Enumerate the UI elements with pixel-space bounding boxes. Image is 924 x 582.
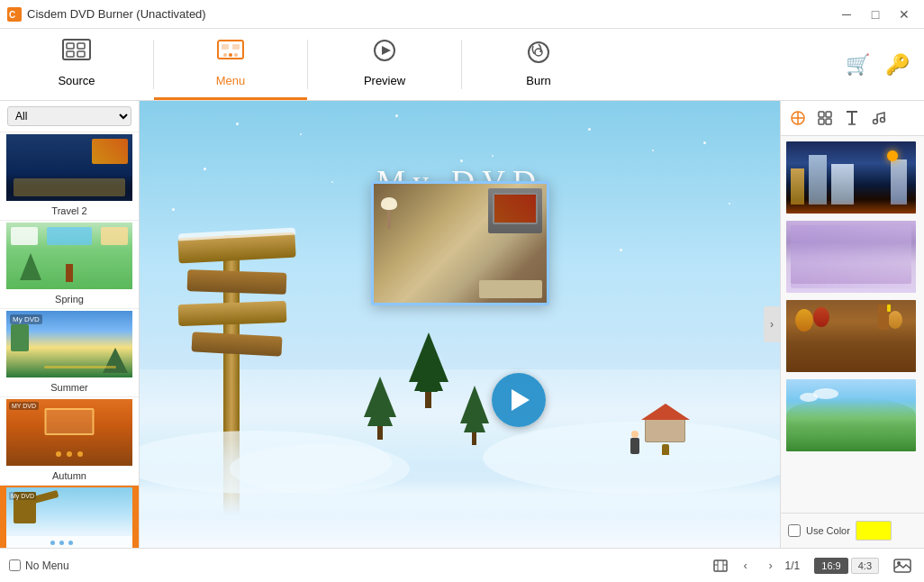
preview-icon	[370, 39, 399, 70]
menu-icon	[216, 39, 245, 70]
bg-purple[interactable]	[784, 219, 918, 295]
next-button[interactable]: ›	[760, 555, 782, 577]
thumb-winter: My DVD	[0, 486, 139, 548]
use-color-checkbox[interactable]	[788, 524, 801, 537]
color-swatch[interactable]	[856, 521, 892, 541]
thumb-summer: My DVD	[0, 309, 139, 379]
thumb-autumn: MY DVD	[0, 397, 139, 468]
toolbar: Source Menu Preview	[0, 29, 924, 101]
summer-label: Summer	[50, 379, 88, 396]
ratio-4-3-button[interactable]: 4:3	[851, 558, 879, 574]
title-bar-left: C Cisdem DVD Burner (Unactivated)	[7, 7, 206, 22]
bg-wood[interactable]	[784, 298, 918, 374]
svg-marker-14	[382, 46, 391, 55]
travel2-label: Travel 2	[51, 203, 86, 220]
svg-rect-9	[232, 44, 240, 50]
music-tab-button[interactable]	[867, 106, 891, 130]
svg-point-11	[229, 53, 232, 57]
text-tab-button[interactable]	[840, 106, 864, 130]
autumn-label: Autumn	[52, 468, 86, 485]
tree-3	[460, 386, 489, 465]
source-tab[interactable]: Source	[0, 29, 153, 100]
thumb-spring	[0, 221, 139, 291]
burn-icon	[524, 39, 553, 70]
svg-rect-29	[714, 560, 727, 571]
bg-green[interactable]	[784, 377, 918, 453]
right-panel: Use Color	[780, 101, 924, 548]
minimize-button[interactable]: ─	[834, 2, 859, 27]
figure	[630, 438, 639, 454]
house	[640, 417, 690, 458]
bg-city[interactable]	[784, 140, 918, 215]
svg-rect-23	[826, 119, 831, 124]
close-button[interactable]: ✕	[892, 2, 917, 27]
dvd-scene: My DVD	[140, 101, 780, 548]
tree-2	[409, 332, 448, 458]
svg-point-27	[874, 120, 878, 124]
spring-label: Spring	[55, 291, 84, 308]
svg-rect-3	[67, 43, 74, 49]
svg-rect-8	[222, 44, 229, 50]
sidebar-item-spring[interactable]: Spring	[0, 221, 139, 309]
prev-button[interactable]: ‹	[735, 555, 756, 577]
play-button[interactable]	[492, 373, 546, 427]
sidebar-list: Travel 2 Spring	[0, 132, 139, 548]
key-button[interactable]: 🔑	[881, 49, 913, 81]
thumb-travel2	[0, 132, 139, 203]
cart-button[interactable]: 🛒	[841, 49, 874, 81]
svg-point-28	[881, 118, 885, 123]
menu-label: Menu	[216, 74, 246, 87]
canvas-area: › My	[140, 101, 780, 548]
svg-point-15	[529, 42, 548, 62]
filter-select[interactable]: All Travel Nature Abstract	[7, 106, 131, 126]
expand-button[interactable]: ›	[764, 306, 780, 342]
right-tabs	[781, 101, 924, 136]
no-menu-section: No Menu	[9, 559, 69, 572]
sidebar-item-travel2[interactable]: Travel 2	[0, 132, 139, 221]
sidebar-header: All Travel Nature Abstract	[0, 101, 139, 132]
svg-rect-22	[819, 119, 824, 124]
title-bar: C Cisdem DVD Burner (Unactivated) ─ □ ✕	[0, 0, 924, 29]
preview-tab[interactable]: Preview	[308, 29, 461, 100]
use-color-label[interactable]: Use Color	[806, 525, 850, 536]
bottom-controls: ‹ › 1/1	[710, 555, 801, 577]
no-menu-checkbox[interactable]	[9, 559, 21, 571]
maximize-button[interactable]: □	[863, 2, 888, 27]
ratio-16-9-button[interactable]: 16:9	[814, 558, 847, 574]
sidebar-item-autumn[interactable]: MY DVD Autumn	[0, 397, 139, 486]
bg-thumbnails	[781, 136, 924, 513]
ratio-buttons: 16:9 4:3	[814, 558, 879, 574]
svg-point-10	[223, 53, 227, 57]
svg-rect-4	[77, 43, 85, 49]
bg-tab-button[interactable]	[786, 106, 810, 130]
app-title: Cisdem DVD Burner (Unactivated)	[27, 7, 206, 21]
tree-1	[364, 377, 396, 462]
image-export-button[interactable]	[890, 553, 915, 578]
svg-rect-21	[826, 112, 831, 117]
svg-rect-5	[67, 51, 74, 57]
add-scene-button[interactable]	[710, 555, 731, 577]
page-indicator: 1/1	[785, 559, 801, 572]
sidebar-item-winter[interactable]: My DVD Winter	[0, 486, 139, 548]
source-icon	[62, 39, 91, 70]
app-icon: C	[7, 7, 22, 22]
toolbar-right: 🛒 🔑	[830, 29, 924, 100]
burn-tab[interactable]: Burn	[462, 29, 615, 100]
sidebar: All Travel Nature Abstract Travel 2	[0, 101, 140, 548]
play-arrow-icon	[512, 389, 530, 411]
menu-tab[interactable]: Menu	[154, 29, 307, 100]
color-section: Use Color	[781, 513, 924, 548]
svg-rect-20	[819, 112, 824, 117]
preview-label: Preview	[364, 74, 405, 87]
main-layout: All Travel Nature Abstract Travel 2	[0, 101, 924, 548]
svg-rect-6	[77, 51, 85, 57]
title-bar-controls: ─ □ ✕	[834, 2, 917, 27]
layout-tab-button[interactable]	[813, 106, 837, 130]
burn-label: Burn	[526, 74, 550, 87]
sidebar-item-summer[interactable]: My DVD Summer	[0, 309, 139, 397]
no-menu-label[interactable]: No Menu	[25, 559, 69, 572]
toolbar-spacer	[615, 29, 830, 100]
video-thumbnail[interactable]	[371, 181, 549, 305]
source-label: Source	[58, 74, 95, 87]
svg-point-12	[234, 53, 238, 57]
